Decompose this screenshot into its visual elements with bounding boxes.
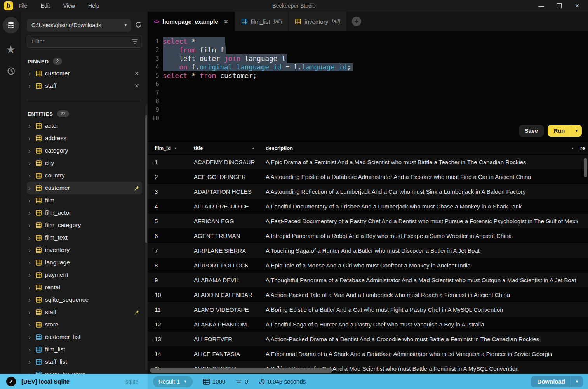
chevron-right-icon[interactable]: › bbox=[28, 210, 32, 216]
column-header-film-id[interactable]: film_id ▲ bbox=[148, 145, 187, 151]
chevron-right-icon[interactable]: › bbox=[28, 297, 32, 303]
minimize-icon[interactable]: — bbox=[538, 3, 544, 9]
chevron-right-icon[interactable]: › bbox=[28, 346, 32, 353]
new-tab-button[interactable]: + bbox=[352, 17, 361, 26]
sidebar-scrollbar-thumb[interactable] bbox=[145, 115, 147, 243]
connection-status[interactable]: ✓ [DEV] local Sqlite sqlite bbox=[0, 374, 148, 389]
sidebar-item-sales_by_store[interactable]: ›sales_by_store bbox=[27, 368, 142, 374]
sidebar-item-staff_list[interactable]: ›staff_list bbox=[27, 356, 142, 368]
sidebar-item-staff[interactable]: ›staff bbox=[27, 306, 142, 318]
sidebar-item-film_list[interactable]: ›film_list bbox=[27, 343, 142, 356]
chevron-right-icon[interactable]: › bbox=[28, 197, 32, 204]
column-header-partial[interactable]: re bbox=[578, 145, 588, 151]
sidebar-item-customer[interactable]: ›customer bbox=[27, 182, 142, 194]
sidebar-item-film_category[interactable]: ›film_category bbox=[27, 219, 142, 231]
close-icon[interactable]: ✕ bbox=[575, 3, 579, 9]
pin-icon[interactable] bbox=[133, 309, 139, 315]
chevron-right-icon[interactable]: › bbox=[28, 148, 32, 154]
menu-edit[interactable]: Edit bbox=[41, 3, 50, 9]
table-row[interactable]: 12ALASKA PHANTOMA Fanciful Saga of a Hun… bbox=[148, 317, 588, 332]
table-row[interactable]: 9ALABAMA DEVILA Thoughtful Panorama of a… bbox=[148, 273, 588, 287]
table-row[interactable]: 13ALI FOREVERA Action-Packed Drama of a … bbox=[148, 332, 588, 346]
download-options-caret-icon[interactable]: ▼ bbox=[571, 376, 583, 387]
sidebar-item-sqlite_sequence[interactable]: ›sqlite_sequence bbox=[27, 293, 142, 306]
sidebar-item-customer_list[interactable]: ›customer_list bbox=[27, 331, 142, 343]
sidebar-item-inventory[interactable]: ›inventory bbox=[27, 244, 142, 256]
unpin-button[interactable]: ✕ bbox=[134, 70, 139, 76]
run-button[interactable]: Run ▼ bbox=[548, 125, 582, 137]
menu-view[interactable]: View bbox=[63, 3, 75, 9]
chevron-right-icon[interactable]: › bbox=[28, 234, 32, 241]
pinned-item-customer[interactable]: ›customer✕ bbox=[27, 67, 142, 80]
sidebar-scrollbar[interactable] bbox=[145, 105, 147, 370]
result-selector[interactable]: Result 1 ▼ bbox=[153, 376, 193, 387]
chevron-right-icon[interactable]: › bbox=[28, 284, 32, 291]
download-button-label[interactable]: Download bbox=[531, 376, 571, 387]
chevron-right-icon[interactable]: › bbox=[28, 83, 32, 89]
chevron-right-icon[interactable]: › bbox=[28, 70, 32, 77]
table-row[interactable]: 2ACE GOLDFINGERA Astounding Epistle of a… bbox=[148, 169, 588, 184]
run-button-label[interactable]: Run bbox=[548, 125, 571, 137]
sidebar-item-actor[interactable]: ›actor bbox=[27, 120, 142, 132]
pinned-item-staff[interactable]: ›staff✕ bbox=[27, 80, 142, 92]
chevron-right-icon[interactable]: › bbox=[28, 247, 32, 254]
sidebar-item-film_text[interactable]: ›film_text bbox=[27, 231, 142, 244]
maximize-icon[interactable] bbox=[557, 3, 562, 8]
download-button[interactable]: Download ▼ bbox=[531, 376, 583, 387]
table-row[interactable]: 1ACADEMY DINOSAURA Epic Drama of a Femin… bbox=[148, 155, 588, 169]
sidebar-item-film[interactable]: ›film bbox=[27, 194, 142, 207]
refresh-icon[interactable] bbox=[135, 21, 142, 30]
sidebar-item-country[interactable]: ›country bbox=[27, 169, 142, 182]
chevron-right-icon[interactable]: › bbox=[28, 160, 32, 167]
table-row[interactable]: 3ADAPTATION HOLESA Astounding Reflection… bbox=[148, 184, 588, 199]
sort-asc-icon[interactable]: ▲ bbox=[571, 146, 574, 150]
tab-inventory[interactable]: inventory[all] bbox=[289, 12, 346, 31]
table-row[interactable]: 7AIRPLANE SIERRAA Touching Saga of a Hun… bbox=[148, 243, 588, 258]
table-row[interactable]: 10ALADDIN CALENDARA Action-Packed Tale o… bbox=[148, 287, 588, 302]
sidebar-item-city[interactable]: ›city bbox=[27, 157, 142, 169]
filter-input[interactable] bbox=[32, 38, 132, 45]
save-button[interactable]: Save bbox=[519, 125, 544, 137]
pin-icon[interactable] bbox=[133, 185, 139, 191]
chevron-right-icon[interactable]: › bbox=[28, 123, 32, 129]
table-row[interactable]: 5AFRICAN EGGA Fast-Paced Documentary of … bbox=[148, 214, 588, 228]
favorites-star-icon[interactable]: ★ bbox=[6, 44, 16, 55]
chevron-right-icon[interactable]: › bbox=[28, 259, 32, 266]
sidebar-item-store[interactable]: ›store bbox=[27, 318, 142, 331]
column-header-title[interactable]: title ▲ bbox=[187, 145, 259, 151]
sort-asc-icon[interactable]: ▲ bbox=[252, 146, 255, 150]
table-row[interactable]: 4AFFAIR PREJUDICEA Fanciful Documentary … bbox=[148, 199, 588, 214]
chevron-right-icon[interactable]: › bbox=[28, 172, 32, 179]
chevron-right-icon[interactable]: › bbox=[28, 272, 32, 278]
tab-close-icon[interactable]: ✕ bbox=[224, 19, 228, 24]
sidebar-item-address[interactable]: ›address bbox=[27, 132, 142, 144]
table-row[interactable]: 8AIRPORT POLLOCKA Epic Tale of a Moose A… bbox=[148, 258, 588, 273]
sidebar-item-rental[interactable]: ›rental bbox=[27, 281, 142, 293]
menu-help[interactable]: Help bbox=[88, 3, 99, 9]
chevron-right-icon[interactable]: › bbox=[28, 185, 32, 191]
sidebar-item-film_actor[interactable]: ›film_actor bbox=[27, 207, 142, 219]
chevron-right-icon[interactable]: › bbox=[28, 334, 32, 340]
chevron-right-icon[interactable]: › bbox=[28, 135, 32, 142]
results-horizontal-scrollbar-thumb[interactable] bbox=[150, 368, 332, 373]
column-header-description[interactable]: description ▲ bbox=[259, 145, 578, 151]
unpin-button[interactable]: ✕ bbox=[134, 83, 139, 89]
sidebar-item-language[interactable]: ›language bbox=[27, 256, 142, 269]
sort-asc-icon[interactable]: ▲ bbox=[174, 146, 177, 150]
chevron-right-icon[interactable]: › bbox=[28, 309, 32, 316]
database-sidebar-icon[interactable] bbox=[3, 17, 19, 33]
results-vertical-scrollbar-thumb[interactable] bbox=[584, 158, 587, 177]
table-row[interactable]: 6AGENT TRUMANA Intrepid Panorama of a Ro… bbox=[148, 228, 588, 243]
chevron-right-icon[interactable]: › bbox=[28, 222, 32, 229]
connection-dropdown[interactable]: C:\Users\ghstng\Downloads ▼ bbox=[27, 19, 131, 32]
sql-editor[interactable]: 1select *2 from film f3 left outer join … bbox=[148, 31, 588, 142]
table-row[interactable]: 14ALICE FANTASIAA Emotional Drama of a A… bbox=[148, 346, 588, 361]
table-row[interactable]: 11ALAMO VIDEOTAPEA Boring Epistle of a B… bbox=[148, 302, 588, 317]
menu-file[interactable]: File bbox=[19, 3, 28, 9]
sidebar-item-payment[interactable]: ›payment bbox=[27, 269, 142, 281]
chevron-right-icon[interactable]: › bbox=[28, 359, 32, 365]
history-icon[interactable] bbox=[6, 66, 16, 78]
run-options-caret-icon[interactable]: ▼ bbox=[571, 125, 582, 137]
sidebar-item-category[interactable]: ›category bbox=[27, 144, 142, 157]
chevron-right-icon[interactable]: › bbox=[28, 321, 32, 328]
